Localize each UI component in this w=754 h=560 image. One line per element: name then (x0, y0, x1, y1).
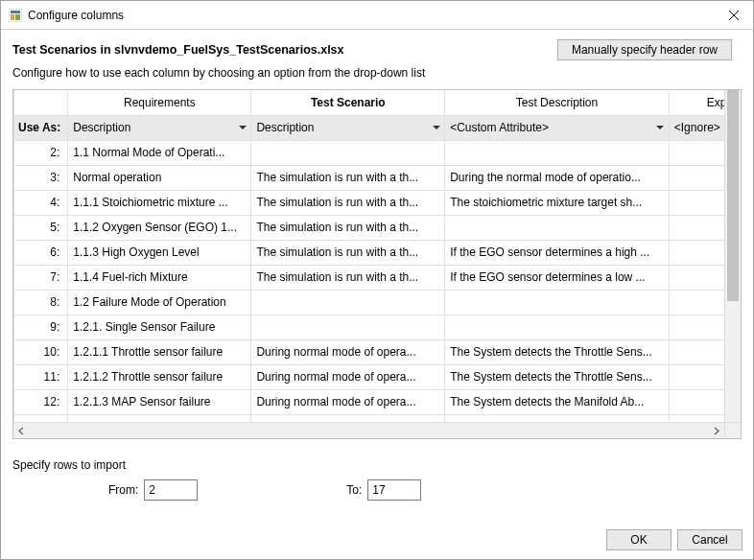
cell[interactable] (251, 315, 445, 339)
cell[interactable] (445, 290, 670, 315)
row-number: 7: (14, 265, 68, 290)
cell[interactable]: 1.1.2 Oxygen Sensor (EGO) 1... (68, 215, 251, 240)
cell[interactable] (445, 215, 670, 240)
cell[interactable]: The simulation is run with a th... (251, 165, 445, 190)
chevron-down-icon (430, 122, 442, 134)
cell[interactable]: 1.1 Normal Mode of Operati... (68, 140, 251, 165)
column-type-dropdown[interactable]: <Custom Attribute> (445, 116, 669, 140)
from-input[interactable] (144, 479, 198, 501)
close-icon (729, 11, 739, 20)
column-type-dropdown[interactable]: Description (68, 116, 250, 140)
svg-rect-3 (15, 14, 20, 20)
cell[interactable] (445, 315, 670, 339)
ok-button[interactable]: OK (606, 529, 672, 550)
cell[interactable]: During normal mode of opera... (251, 339, 445, 364)
close-button[interactable] (715, 1, 753, 30)
scroll-right-icon[interactable] (712, 427, 720, 435)
chevron-down-icon (236, 122, 248, 134)
app-icon (9, 9, 22, 22)
column-header: Requirements (68, 90, 251, 115)
svg-rect-2 (11, 14, 14, 20)
cell[interactable]: 1.1.4 Fuel-rich Mixture (68, 265, 251, 290)
cell[interactable] (251, 140, 445, 165)
vertical-scrollbar[interactable] (724, 90, 741, 422)
cell[interactable]: If the EGO sensor determines a high ... (445, 240, 670, 265)
file-title: Test Scenarios in slvnvdemo_FuelSys_Test… (12, 43, 557, 57)
cell[interactable]: During normal mode of opera... (251, 364, 445, 389)
cell[interactable]: 1.1.3 High Oxygen Level (68, 240, 251, 265)
to-input[interactable] (367, 479, 421, 501)
row-number: 9: (14, 315, 68, 339)
range-row: From: To: (12, 479, 742, 501)
cell[interactable]: The simulation is run with a th... (251, 215, 445, 240)
cell[interactable]: 1.1.1 Stoichiometric mixture ... (68, 190, 251, 215)
manual-header-button[interactable]: Manually specify header row (557, 39, 732, 60)
cell[interactable]: During the normal mode of operatio... (445, 165, 670, 190)
cell[interactable]: The System detects the Manifold Ab... (445, 389, 670, 414)
cell[interactable]: The System detects the Throttle Sens... (445, 339, 670, 364)
cell[interactable]: The simulation is run with a th... (251, 265, 445, 290)
cell[interactable]: The stoichiometric mixture target sh... (445, 190, 670, 215)
to-label: To: (346, 483, 362, 497)
row-number: 12: (14, 389, 68, 414)
svg-rect-1 (11, 11, 20, 13)
horizontal-scrollbar[interactable] (13, 422, 741, 438)
row-number: 5: (14, 215, 68, 240)
column-grid: RequirementsTest ScenarioTest Descriptio… (12, 89, 742, 439)
row-number: 6: (14, 240, 68, 265)
header-row: Test Scenarios in slvnvdemo_FuelSys_Test… (12, 39, 742, 60)
dialog-content: Test Scenarios in slvnvdemo_FuelSys_Test… (1, 30, 753, 512)
row-number: 2: (14, 140, 68, 165)
cell[interactable]: 1.2.1. Single Sensor Failure (68, 315, 251, 339)
row-number: 8: (14, 290, 68, 315)
cell[interactable] (251, 290, 445, 315)
grid-table: RequirementsTest ScenarioTest Descriptio… (13, 90, 742, 439)
cell[interactable]: The System detects the Throttle Sens... (445, 364, 670, 389)
cell[interactable]: 1.2 Failure Mode of Operation (68, 290, 251, 315)
specify-rows-label: Specify rows to import (12, 458, 742, 472)
from-label: From: (108, 483, 138, 497)
cell[interactable]: The simulation is run with a th... (251, 240, 445, 265)
cell[interactable]: The simulation is run with a th... (251, 190, 445, 215)
titlebar: Configure columns (1, 1, 753, 30)
row-number: 11: (14, 364, 68, 389)
cell[interactable]: During normal mode of opera... (251, 389, 445, 414)
cell[interactable]: Normal operation (68, 165, 251, 190)
chevron-down-icon (654, 122, 667, 134)
cancel-button[interactable]: Cancel (677, 529, 742, 550)
row-number: 4: (14, 190, 68, 215)
cell[interactable]: 1.2.1.1 Throttle sensor failure (68, 339, 251, 364)
cell[interactable]: 1.2.1.3 MAP Sensor failure (68, 389, 251, 414)
window-title: Configure columns (28, 9, 715, 22)
cell[interactable]: If the EGO sensor determines a low ... (445, 265, 670, 290)
footer-buttons: OK Cancel (606, 529, 742, 550)
column-header: Test Description (445, 90, 670, 115)
scroll-left-icon[interactable] (17, 427, 26, 435)
scrollbar-corner (724, 422, 741, 438)
column-header: Test Scenario (251, 90, 445, 115)
cell[interactable]: 1.2.1.2 Throttle sensor failure (68, 364, 251, 389)
row-number: 3: (14, 165, 68, 190)
row-number: 10: (14, 339, 68, 364)
column-type-dropdown[interactable]: Description (251, 116, 444, 140)
specify-rows-section: Specify rows to import From: To: (12, 458, 742, 501)
use-as-label: Use As: (14, 115, 68, 140)
vertical-scrollbar-thumb[interactable] (727, 90, 739, 301)
cell[interactable] (445, 140, 670, 165)
instruction-text: Configure how to use each column by choo… (12, 66, 742, 80)
